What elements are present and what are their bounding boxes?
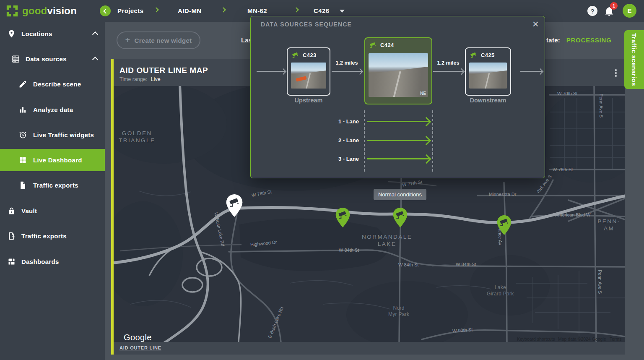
lane-label-1: 1 - Lane (330, 118, 359, 125)
sidebar-item-label: Locations (21, 30, 52, 37)
lane-arrow-icon (367, 158, 429, 159)
document-icon (18, 181, 27, 190)
breadcrumb-chevron-icon (293, 7, 299, 13)
sidebar-item-traffic-exports-sub[interactable]: Traffic exports (0, 175, 105, 195)
sidebar-item-label: Vault (21, 207, 37, 214)
data-sources-sequence-modal: DATA SOURCES SEQUENCE × C423 Upstream 1.… (250, 16, 545, 178)
flow-arrow-icon (520, 71, 542, 72)
map-label-street: Penn Ave S (597, 270, 602, 294)
map-label-area: GOLDEN TRIANGLE (119, 130, 156, 144)
widget-footer-link[interactable]: AID OUTER LINE (119, 345, 161, 350)
plus-icon: + (125, 35, 130, 45)
help-button[interactable]: ? (587, 6, 597, 16)
sidebar-item-label: Traffic exports (33, 182, 78, 189)
breadcrumb-aid-mn[interactable]: AID-MN (178, 7, 202, 14)
keyboard-shortcuts-link[interactable]: Keyboard shortcuts (517, 337, 555, 342)
camera-id: C425 (481, 52, 495, 58)
sidebar-item-live-dashboard[interactable]: Live Dashboard (0, 149, 105, 171)
widget-menu-button[interactable] (612, 68, 620, 78)
map-label-street: W 70th St (557, 91, 577, 97)
clock-icon (18, 130, 27, 139)
compass-label: NE (420, 91, 426, 96)
close-icon[interactable]: × (532, 17, 539, 31)
conditions-badge: Normal conditions (374, 189, 426, 200)
sidebar-item-dashboards[interactable]: Dashboards (0, 251, 105, 271)
terms-link[interactable]: Terms (610, 337, 622, 342)
create-new-widget-button[interactable]: + Create new widget (117, 31, 200, 49)
breadcrumb-chevron-icon (153, 7, 159, 13)
camera-card-c423[interactable]: C423 (287, 47, 330, 96)
map-label-street: Minnesota Dr (489, 192, 516, 198)
bar-chart-icon (18, 105, 27, 114)
map-label-street: W 84th St (456, 262, 476, 268)
camera-thumbnail (291, 63, 326, 89)
lane-boundary-line (432, 110, 433, 172)
camera-pin[interactable] (392, 208, 408, 227)
breadcrumb-mn-62[interactable]: MN-62 (247, 7, 267, 14)
sidebar-item-label: Describe scene (33, 81, 81, 88)
lane-label-2: 2 - Lane (330, 137, 359, 143)
export-icon (7, 232, 16, 240)
goodvision-logo-icon (6, 5, 18, 17)
camera-dropdown-caret[interactable] (340, 10, 345, 13)
breadcrumb-projects[interactable]: Projects (117, 7, 143, 14)
camera-pin[interactable] (496, 215, 512, 235)
sidebar-item-label: Dashboards (21, 258, 59, 265)
flow-arrow-icon (257, 71, 285, 72)
truck-detail (296, 76, 306, 82)
map-label-park: Nord Myr Park (388, 305, 409, 318)
camera-pin[interactable] (335, 208, 351, 227)
processing-state: tate: PROCESSING (546, 37, 612, 44)
grid-icon (7, 257, 16, 266)
lock-icon (7, 206, 16, 215)
breadcrumb-c426[interactable]: C426 (314, 7, 329, 14)
create-widget-label: Create new widget (135, 37, 192, 44)
cctv-icon (369, 42, 377, 49)
flow-arrow-icon (433, 71, 463, 72)
distance-label: 1.2 miles (432, 60, 464, 66)
camera-id: C423 (303, 52, 317, 58)
user-avatar[interactable]: E (623, 4, 636, 18)
lane-boundary-line (364, 110, 365, 172)
map-data-attribution: Map data ©2024 Google (558, 337, 606, 342)
breadcrumb-back-button[interactable] (100, 5, 111, 16)
sidebar-item-locations[interactable]: Locations (0, 23, 105, 44)
sidebar-item-describe-scene[interactable]: Describe scene (0, 74, 105, 94)
time-range-label: Time range: (119, 76, 147, 82)
map-label-park: Lake Girard Park (487, 284, 514, 297)
camera-card-c425[interactable]: C425 (465, 47, 511, 96)
distance-label: 1.2 miles (331, 60, 363, 66)
camera-card-c424-selected[interactable]: C424 NE (364, 37, 432, 104)
camera-role-upstream: Upstream (287, 97, 330, 104)
breadcrumb-chevron-icon (221, 7, 226, 13)
sidebar-item-analyze-data[interactable]: Analyze data (0, 99, 105, 120)
flow-arrow-icon (332, 71, 362, 72)
map-label-area: PENN-AM (593, 218, 625, 232)
sidebar-item-label: Live Dashboard (33, 157, 82, 164)
sidebar-item-label: Live Traffic widgets (33, 131, 94, 138)
sidebar-item-data-sources[interactable]: Data sources (0, 49, 105, 69)
question-icon: ? (590, 8, 594, 15)
sidebar-item-vault[interactable]: Vault (0, 201, 105, 221)
sidebar-item-traffic-exports[interactable]: Traffic exports (0, 226, 105, 246)
time-range-value: Live (151, 76, 161, 82)
chevron-up-icon (92, 31, 98, 37)
camera-pin-selected[interactable] (225, 194, 244, 217)
goodvision-logo[interactable]: goodvision (6, 5, 77, 17)
map-label-street: American Blvd W (555, 212, 590, 218)
lane-arrow-icon (367, 140, 429, 141)
dashboard-icon (18, 156, 27, 164)
pencil-icon (18, 80, 27, 89)
camera-id: C424 (380, 42, 394, 48)
traffic-scenarios-tab[interactable]: Traffic scenarios (624, 30, 644, 89)
map-label-street: W 84th St (339, 248, 359, 253)
sidebar-item-label: Data sources (26, 55, 67, 63)
map-label-street: Penn Ave S (598, 94, 604, 117)
lane-label-3: 3 - Lane (330, 156, 359, 162)
location-pin-icon (7, 29, 16, 38)
state-value: PROCESSING (566, 37, 612, 44)
sidebar-item-live-traffic-widgets[interactable]: Live Traffic widgets (0, 125, 105, 145)
google-logo[interactable]: Google (124, 333, 152, 342)
cctv-icon (292, 52, 299, 59)
camera-thumbnail (469, 63, 507, 89)
